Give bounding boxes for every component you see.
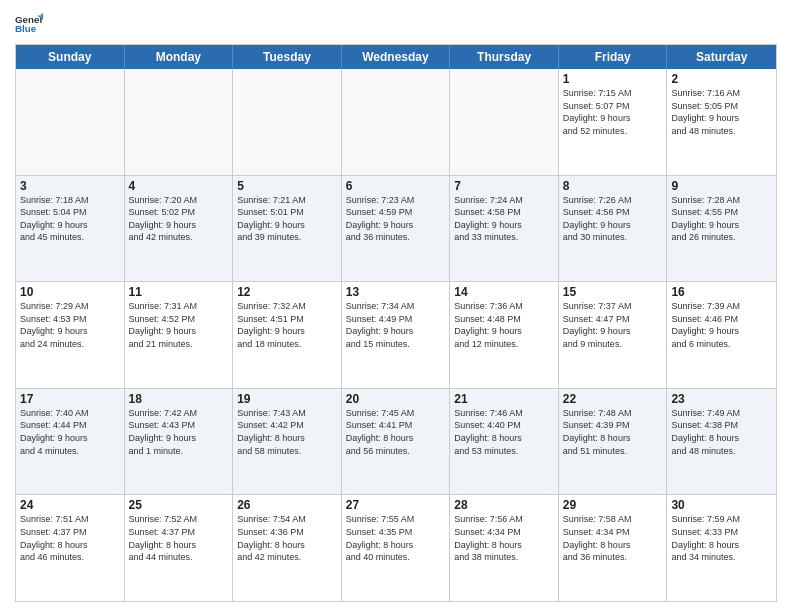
day-number: 23	[671, 392, 772, 406]
day-detail: Sunrise: 7:58 AM Sunset: 4:34 PM Dayligh…	[563, 513, 663, 563]
day-number: 7	[454, 179, 554, 193]
day-cell-28: 28Sunrise: 7:56 AM Sunset: 4:34 PM Dayli…	[450, 495, 559, 601]
day-number: 2	[671, 72, 772, 86]
day-cell-14: 14Sunrise: 7:36 AM Sunset: 4:48 PM Dayli…	[450, 282, 559, 388]
day-detail: Sunrise: 7:43 AM Sunset: 4:42 PM Dayligh…	[237, 407, 337, 457]
empty-cell	[125, 69, 234, 175]
day-cell-29: 29Sunrise: 7:58 AM Sunset: 4:34 PM Dayli…	[559, 495, 668, 601]
day-number: 15	[563, 285, 663, 299]
day-detail: Sunrise: 7:34 AM Sunset: 4:49 PM Dayligh…	[346, 300, 446, 350]
day-detail: Sunrise: 7:49 AM Sunset: 4:38 PM Dayligh…	[671, 407, 772, 457]
day-detail: Sunrise: 7:54 AM Sunset: 4:36 PM Dayligh…	[237, 513, 337, 563]
day-detail: Sunrise: 7:45 AM Sunset: 4:41 PM Dayligh…	[346, 407, 446, 457]
day-number: 20	[346, 392, 446, 406]
empty-cell	[450, 69, 559, 175]
calendar-body: 1Sunrise: 7:15 AM Sunset: 5:07 PM Daylig…	[16, 69, 776, 601]
day-number: 27	[346, 498, 446, 512]
day-cell-13: 13Sunrise: 7:34 AM Sunset: 4:49 PM Dayli…	[342, 282, 451, 388]
day-detail: Sunrise: 7:31 AM Sunset: 4:52 PM Dayligh…	[129, 300, 229, 350]
day-number: 9	[671, 179, 772, 193]
day-cell-3: 3Sunrise: 7:18 AM Sunset: 5:04 PM Daylig…	[16, 176, 125, 282]
logo: General Blue	[15, 10, 43, 38]
day-detail: Sunrise: 7:21 AM Sunset: 5:01 PM Dayligh…	[237, 194, 337, 244]
day-cell-27: 27Sunrise: 7:55 AM Sunset: 4:35 PM Dayli…	[342, 495, 451, 601]
day-detail: Sunrise: 7:42 AM Sunset: 4:43 PM Dayligh…	[129, 407, 229, 457]
day-detail: Sunrise: 7:28 AM Sunset: 4:55 PM Dayligh…	[671, 194, 772, 244]
day-cell-8: 8Sunrise: 7:26 AM Sunset: 4:56 PM Daylig…	[559, 176, 668, 282]
day-cell-10: 10Sunrise: 7:29 AM Sunset: 4:53 PM Dayli…	[16, 282, 125, 388]
day-cell-17: 17Sunrise: 7:40 AM Sunset: 4:44 PM Dayli…	[16, 389, 125, 495]
calendar-row-2: 10Sunrise: 7:29 AM Sunset: 4:53 PM Dayli…	[16, 281, 776, 388]
day-detail: Sunrise: 7:55 AM Sunset: 4:35 PM Dayligh…	[346, 513, 446, 563]
calendar-header: SundayMondayTuesdayWednesdayThursdayFrid…	[16, 45, 776, 69]
weekday-header-saturday: Saturday	[667, 45, 776, 69]
day-number: 28	[454, 498, 554, 512]
header: General Blue	[15, 10, 777, 38]
day-cell-15: 15Sunrise: 7:37 AM Sunset: 4:47 PM Dayli…	[559, 282, 668, 388]
day-number: 24	[20, 498, 120, 512]
day-number: 22	[563, 392, 663, 406]
day-cell-21: 21Sunrise: 7:46 AM Sunset: 4:40 PM Dayli…	[450, 389, 559, 495]
day-number: 26	[237, 498, 337, 512]
day-cell-9: 9Sunrise: 7:28 AM Sunset: 4:55 PM Daylig…	[667, 176, 776, 282]
day-cell-22: 22Sunrise: 7:48 AM Sunset: 4:39 PM Dayli…	[559, 389, 668, 495]
day-detail: Sunrise: 7:46 AM Sunset: 4:40 PM Dayligh…	[454, 407, 554, 457]
day-number: 12	[237, 285, 337, 299]
day-cell-30: 30Sunrise: 7:59 AM Sunset: 4:33 PM Dayli…	[667, 495, 776, 601]
day-cell-16: 16Sunrise: 7:39 AM Sunset: 4:46 PM Dayli…	[667, 282, 776, 388]
weekday-header-tuesday: Tuesday	[233, 45, 342, 69]
day-cell-23: 23Sunrise: 7:49 AM Sunset: 4:38 PM Dayli…	[667, 389, 776, 495]
day-number: 13	[346, 285, 446, 299]
day-detail: Sunrise: 7:26 AM Sunset: 4:56 PM Dayligh…	[563, 194, 663, 244]
day-number: 16	[671, 285, 772, 299]
day-detail: Sunrise: 7:52 AM Sunset: 4:37 PM Dayligh…	[129, 513, 229, 563]
day-cell-4: 4Sunrise: 7:20 AM Sunset: 5:02 PM Daylig…	[125, 176, 234, 282]
day-cell-18: 18Sunrise: 7:42 AM Sunset: 4:43 PM Dayli…	[125, 389, 234, 495]
day-cell-6: 6Sunrise: 7:23 AM Sunset: 4:59 PM Daylig…	[342, 176, 451, 282]
day-number: 19	[237, 392, 337, 406]
weekday-header-friday: Friday	[559, 45, 668, 69]
calendar: SundayMondayTuesdayWednesdayThursdayFrid…	[15, 44, 777, 602]
day-detail: Sunrise: 7:37 AM Sunset: 4:47 PM Dayligh…	[563, 300, 663, 350]
day-detail: Sunrise: 7:20 AM Sunset: 5:02 PM Dayligh…	[129, 194, 229, 244]
day-number: 1	[563, 72, 663, 86]
weekday-header-monday: Monday	[125, 45, 234, 69]
calendar-row-1: 3Sunrise: 7:18 AM Sunset: 5:04 PM Daylig…	[16, 175, 776, 282]
day-cell-12: 12Sunrise: 7:32 AM Sunset: 4:51 PM Dayli…	[233, 282, 342, 388]
empty-cell	[342, 69, 451, 175]
day-number: 5	[237, 179, 337, 193]
weekday-header-thursday: Thursday	[450, 45, 559, 69]
day-number: 8	[563, 179, 663, 193]
day-detail: Sunrise: 7:32 AM Sunset: 4:51 PM Dayligh…	[237, 300, 337, 350]
day-detail: Sunrise: 7:39 AM Sunset: 4:46 PM Dayligh…	[671, 300, 772, 350]
day-detail: Sunrise: 7:24 AM Sunset: 4:58 PM Dayligh…	[454, 194, 554, 244]
day-number: 10	[20, 285, 120, 299]
weekday-header-sunday: Sunday	[16, 45, 125, 69]
day-cell-19: 19Sunrise: 7:43 AM Sunset: 4:42 PM Dayli…	[233, 389, 342, 495]
day-cell-5: 5Sunrise: 7:21 AM Sunset: 5:01 PM Daylig…	[233, 176, 342, 282]
day-detail: Sunrise: 7:40 AM Sunset: 4:44 PM Dayligh…	[20, 407, 120, 457]
day-cell-20: 20Sunrise: 7:45 AM Sunset: 4:41 PM Dayli…	[342, 389, 451, 495]
day-detail: Sunrise: 7:16 AM Sunset: 5:05 PM Dayligh…	[671, 87, 772, 137]
day-cell-7: 7Sunrise: 7:24 AM Sunset: 4:58 PM Daylig…	[450, 176, 559, 282]
day-detail: Sunrise: 7:23 AM Sunset: 4:59 PM Dayligh…	[346, 194, 446, 244]
empty-cell	[16, 69, 125, 175]
day-number: 17	[20, 392, 120, 406]
day-cell-2: 2Sunrise: 7:16 AM Sunset: 5:05 PM Daylig…	[667, 69, 776, 175]
day-cell-24: 24Sunrise: 7:51 AM Sunset: 4:37 PM Dayli…	[16, 495, 125, 601]
day-cell-25: 25Sunrise: 7:52 AM Sunset: 4:37 PM Dayli…	[125, 495, 234, 601]
day-number: 18	[129, 392, 229, 406]
svg-text:Blue: Blue	[15, 23, 37, 34]
calendar-row-4: 24Sunrise: 7:51 AM Sunset: 4:37 PM Dayli…	[16, 494, 776, 601]
day-number: 4	[129, 179, 229, 193]
calendar-row-0: 1Sunrise: 7:15 AM Sunset: 5:07 PM Daylig…	[16, 69, 776, 175]
day-number: 11	[129, 285, 229, 299]
day-cell-11: 11Sunrise: 7:31 AM Sunset: 4:52 PM Dayli…	[125, 282, 234, 388]
day-detail: Sunrise: 7:56 AM Sunset: 4:34 PM Dayligh…	[454, 513, 554, 563]
day-number: 25	[129, 498, 229, 512]
weekday-header-wednesday: Wednesday	[342, 45, 451, 69]
day-number: 6	[346, 179, 446, 193]
day-number: 21	[454, 392, 554, 406]
day-number: 14	[454, 285, 554, 299]
day-number: 30	[671, 498, 772, 512]
